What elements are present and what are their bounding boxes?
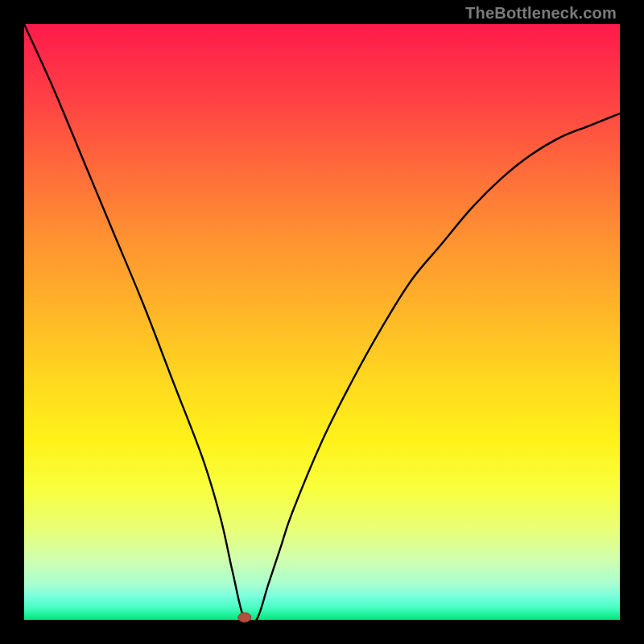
watermark-label: TheBottleneck.com <box>465 4 617 23</box>
bottleneck-curve <box>24 24 620 625</box>
chart-overlay <box>24 24 620 620</box>
chart-frame: TheBottleneck.com <box>0 0 644 644</box>
min-marker <box>238 613 251 622</box>
